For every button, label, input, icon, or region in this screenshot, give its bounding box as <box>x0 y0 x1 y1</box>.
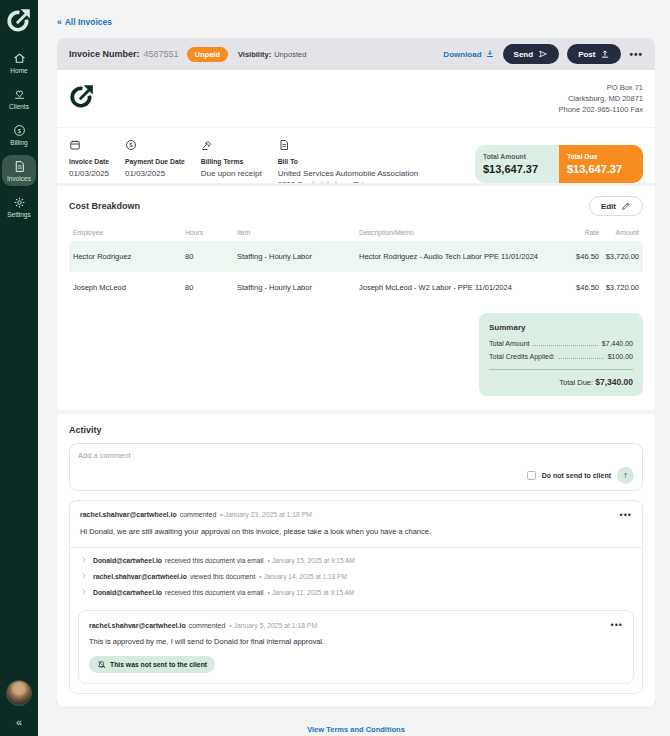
cost-breakdown-table: Employee Hours Item Description/Memo Rat… <box>69 224 643 303</box>
comment-more-icon[interactable]: ••• <box>611 620 623 630</box>
do-not-send-label: Do not send to client <box>542 472 611 479</box>
cell-description: Joseph McLeod - W2 Labor - PPE 11/01/202… <box>359 283 551 292</box>
cell-amount: $3,720.00 <box>599 283 639 292</box>
sidebar-item-label: Clients <box>9 103 29 110</box>
field-value: 01/03/2025 <box>125 168 185 179</box>
svg-text:$: $ <box>129 142 133 148</box>
sidebar-item-label: Home <box>10 67 27 74</box>
comment-more-icon[interactable]: ••• <box>620 510 632 520</box>
header-actions: Download Send Post ••• <box>443 44 643 64</box>
sidebar-item-billing[interactable]: $ Billing <box>2 119 36 150</box>
sidebar-item-label: Invoices <box>7 175 31 182</box>
sidebar: Home Clients $ Billing Invoices <box>0 0 38 736</box>
summary-title: Summary <box>489 323 633 332</box>
submit-comment-button[interactable]: ↑ <box>617 467 634 484</box>
back-to-invoices-link[interactable]: «All Invoices <box>57 17 112 27</box>
address-line: Phone 202-965-1100 Fax <box>558 105 643 116</box>
chevron-right-icon <box>80 588 88 596</box>
cell-employee: Hector Rodriguez <box>73 252 185 261</box>
sidebar-collapse-icon[interactable]: « <box>16 716 22 728</box>
comment-body: Hi Donald, we are still awaiting your ap… <box>80 527 632 538</box>
terms-row: View Terms and Conditions <box>57 718 655 736</box>
settings-icon <box>13 196 26 209</box>
post-button[interactable]: Post <box>567 44 621 64</box>
calendar-icon <box>69 139 81 151</box>
cost-breakdown-title: Cost Breakdown <box>69 201 140 211</box>
invoice-number-label: Invoice Number: <box>69 49 140 59</box>
cell-hours: 80 <box>185 283 237 292</box>
comment-author: rachel.shahvar@cartwheel.io <box>89 622 186 629</box>
activity-section: Activity Do not send to client ↑ rachel.… <box>57 414 655 706</box>
sidebar-item-label: Billing <box>10 139 27 146</box>
billing-icon: $ <box>13 124 26 137</box>
summary-total: Total Due: $7,340.00 <box>489 377 633 387</box>
billing-terms-field: Billing Terms Due upon receipt <box>201 139 262 183</box>
summary-line: Total Amount$7,440.00 <box>489 340 633 348</box>
status-badge: Unpaid <box>187 47 228 62</box>
address-line: Clarksburg, MD 20871 <box>558 94 643 105</box>
address-line: PO Box 71 <box>558 83 643 94</box>
chevron-right-icon <box>80 556 88 564</box>
invoice-header-bar: Invoice Number: 4587551 Unpaid Visibilit… <box>57 38 655 70</box>
post-icon <box>600 49 610 59</box>
cell-rate: $46.50 <box>551 252 599 261</box>
company-section: PO Box 71 Clarksburg, MD 20871 Phone 202… <box>57 70 655 128</box>
pencil-icon <box>621 201 631 211</box>
sidebar-item-home[interactable]: Home <box>2 47 36 78</box>
totals-boxes: Total Amount $13,647.37 Total Due $13,64… <box>475 145 643 183</box>
send-icon <box>538 49 548 59</box>
send-button[interactable]: Send <box>503 44 560 64</box>
cost-breakdown-section: Cost Breakdown Edit Employee Hours Item … <box>57 186 655 410</box>
field-value: United Services Automobile Association 9… <box>278 168 419 183</box>
payment-due-date-field: $ Payment Due Date 01/03/2025 <box>125 139 185 183</box>
home-icon <box>13 52 26 65</box>
user-avatar[interactable] <box>6 680 32 706</box>
cell-rate: $46.50 <box>551 283 599 292</box>
cartwheel-logo-icon <box>6 7 32 33</box>
double-chevron-left-icon: « <box>57 17 61 27</box>
clients-icon <box>13 88 26 101</box>
event-row: Donald@cartwheel.io received this docume… <box>80 588 632 596</box>
app-logo[interactable] <box>6 7 32 33</box>
summary-line: Total Credits Applied:$100.00 <box>489 353 633 361</box>
dollar-circle-icon: $ <box>125 139 137 151</box>
comment-body: This is approved by me, I will send to D… <box>89 637 623 648</box>
comment-author: rachel.shahvar@cartwheel.io <box>80 511 177 518</box>
field-label: Billing Terms <box>201 158 262 165</box>
more-options-icon[interactable]: ••• <box>629 49 643 60</box>
field-value: 01/03/2025 <box>69 168 109 179</box>
activity-title: Activity <box>69 425 643 435</box>
edit-button[interactable]: Edit <box>589 196 643 216</box>
event-row: rachel.shahvar@cartwheel.io viewed this … <box>80 572 632 580</box>
sidebar-item-label: Settings <box>7 211 31 218</box>
sidebar-item-settings[interactable]: Settings <box>2 191 36 222</box>
comment-card: rachel.shahvar@cartwheel.io commented • … <box>70 501 642 549</box>
cell-description: Hector Rodriguez - Audio Tech Labor PPE … <box>359 252 551 261</box>
do-not-send-checkbox[interactable] <box>527 471 536 480</box>
comment-input[interactable] <box>78 451 634 467</box>
bell-slash-icon <box>97 660 106 669</box>
terms-link[interactable]: View Terms and Conditions <box>307 725 405 734</box>
total-amount-label: Total Amount <box>483 153 551 160</box>
cell-employee: Joseph McLeod <box>73 283 185 292</box>
download-icon <box>485 49 495 59</box>
main-content: «All Invoices Invoice Number: 4587551 Un… <box>38 0 670 736</box>
summary-box: Summary Total Amount$7,440.00 Total Cred… <box>479 313 643 396</box>
cell-item: Staffing - Hourly Labor <box>237 252 359 261</box>
sidebar-nav: Home Clients $ Billing Invoices <box>2 47 36 222</box>
svg-text:$: $ <box>17 128 21 134</box>
breadcrumb: «All Invoices <box>57 0 655 38</box>
download-button[interactable]: Download <box>443 49 494 59</box>
invoice-card: Invoice Number: 4587551 Unpaid Visibilit… <box>57 38 655 183</box>
activity-feed: rachel.shahvar@cartwheel.io commented • … <box>69 500 643 694</box>
table-row: Hector Rodriguez 80 Staffing - Hourly La… <box>69 241 643 272</box>
total-due-value: $13,647.37 <box>567 163 635 175</box>
company-logo-icon <box>69 83 95 109</box>
chevron-right-icon <box>80 572 88 580</box>
sidebar-item-clients[interactable]: Clients <box>2 83 36 114</box>
sidebar-item-invoices[interactable]: Invoices <box>2 155 36 186</box>
field-value: Due upon receipt <box>201 168 262 179</box>
total-due-box: Total Due $13,647.37 <box>559 145 643 183</box>
event-list: Donald@cartwheel.io received this docume… <box>70 548 642 608</box>
table-row: Joseph McLeod 80 Staffing - Hourly Labor… <box>69 272 643 303</box>
